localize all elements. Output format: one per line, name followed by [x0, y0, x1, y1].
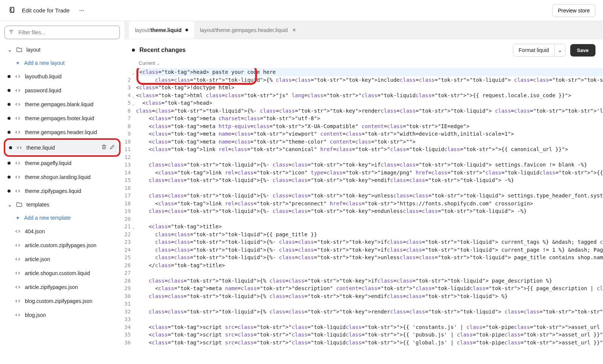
- file-name: article.zipifypages.json: [25, 284, 99, 290]
- file-name: theme.liquid: [26, 145, 97, 151]
- file-name: theme.shogun.landing.liquid: [25, 174, 99, 180]
- tab-gempages-header[interactable]: layout/theme.gempages.header.liquid ×: [194, 21, 303, 39]
- file-item[interactable]: article.custom.zipifypages.json: [5, 238, 120, 252]
- file-item[interactable]: blog.json: [5, 308, 120, 322]
- add-layout-button[interactable]: + Add a new layout: [5, 57, 120, 69]
- file-item[interactable]: password.liquid: [5, 83, 120, 97]
- code-file-icon: [14, 129, 21, 136]
- file-name: layouthub.liquid: [25, 73, 99, 80]
- folder-icon: [16, 201, 23, 208]
- file-item[interactable]: article.json: [5, 252, 120, 266]
- tabs-row: layout/theme.liquid layout/theme.gempage…: [124, 21, 603, 39]
- file-name: theme.gempages.blank.liquid: [25, 101, 99, 107]
- code-file-icon: [14, 298, 21, 304]
- format-liquid-button[interactable]: Format liquid ⌄: [513, 44, 566, 57]
- folder-layout[interactable]: ⌄ layout: [5, 43, 120, 57]
- file-item[interactable]: article.shogun.custom.liquid: [5, 266, 120, 280]
- code-editor[interactable]: ⌄234⌄5⌄6789101112131415161718192021⌄2223…: [124, 68, 603, 364]
- code-file-icon: [14, 160, 21, 167]
- plus-icon: +: [15, 60, 20, 66]
- plus-icon: +: [15, 215, 20, 221]
- code-area[interactable]: <class="tok-tag">head> paste your code h…: [135, 68, 603, 346]
- folder-label: templates: [26, 202, 117, 208]
- file-item[interactable]: theme.shogun.landing.liquid: [5, 170, 120, 184]
- code-file-icon: [14, 174, 21, 180]
- file-item[interactable]: theme.liquid: [6, 141, 118, 154]
- svg-point-3: [83, 10, 84, 11]
- modified-dot-icon: [8, 117, 11, 120]
- file-name: theme.zipifypages.liquid: [25, 188, 99, 194]
- folder-icon: [16, 46, 23, 53]
- file-item[interactable]: theme.gempages.header.liquid: [5, 125, 120, 139]
- editor-main: layout/theme.liquid layout/theme.gempage…: [124, 21, 603, 364]
- file-item[interactable]: theme.gempages.footer.liquid: [5, 111, 120, 125]
- modified-dot-icon: [9, 146, 12, 149]
- editor-subheader: Recent changes Format liquid ⌄ Save: [124, 39, 603, 60]
- file-item[interactable]: theme.gempages.blank.liquid: [5, 97, 120, 111]
- code-file-icon: [14, 256, 21, 263]
- line-gutter: ⌄234⌄5⌄6789101112131415161718192021⌄2223…: [124, 68, 135, 346]
- file-name: theme.gempages.footer.liquid: [25, 115, 99, 121]
- svg-point-2: [81, 10, 82, 11]
- rename-icon[interactable]: [109, 144, 115, 151]
- topbar-left: Edit code for Trade: [8, 5, 87, 16]
- tab-label: layout/theme.gempages.header.liquid: [200, 27, 288, 33]
- topbar: Edit code for Trade Preview store: [0, 0, 603, 21]
- modified-dot-icon: [8, 103, 11, 106]
- code-file-icon: [14, 228, 21, 235]
- version-selector[interactable]: Current⌄: [124, 60, 603, 68]
- filter-wrap: [5, 26, 120, 39]
- svg-point-1: [80, 10, 81, 11]
- folder-label: layout: [26, 47, 117, 53]
- delete-icon[interactable]: [101, 144, 107, 151]
- preview-store-button[interactable]: Preview store: [552, 4, 595, 17]
- code-file-icon: [14, 87, 21, 94]
- code-file-icon: [14, 284, 21, 291]
- chevron-down-icon: ⌄: [8, 202, 12, 208]
- modified-dot-icon: [8, 131, 11, 134]
- bullet-icon: [132, 49, 135, 52]
- file-name: theme.gempages.header.liquid: [25, 129, 99, 135]
- file-item[interactable]: blog.custom.zipifypages.json: [5, 294, 120, 308]
- code-file-icon: [14, 270, 21, 277]
- file-name: blog.custom.zipifypages.json: [25, 298, 99, 304]
- file-name: 404.json: [25, 228, 99, 234]
- more-menu-button[interactable]: [77, 5, 87, 16]
- code-file-icon: [14, 242, 21, 249]
- file-item[interactable]: layouthub.liquid: [5, 69, 120, 83]
- code-file-icon: [14, 188, 21, 194]
- filter-icon: [8, 29, 14, 36]
- file-name: theme.pagefly.liquid: [25, 160, 99, 166]
- add-template-button[interactable]: + Add a new template: [5, 211, 120, 224]
- chevron-down-icon[interactable]: ⌄: [555, 44, 566, 57]
- code-file-icon: [14, 101, 21, 108]
- filter-input[interactable]: [5, 26, 120, 39]
- code-file-icon: [14, 115, 21, 122]
- modified-dot-icon: [8, 162, 11, 165]
- code-file-icon: [14, 312, 21, 318]
- file-item[interactable]: article.zipifypages.json: [5, 280, 120, 294]
- save-button[interactable]: Save: [570, 44, 595, 57]
- file-item[interactable]: theme.zipifypages.liquid: [5, 184, 120, 198]
- chevron-down-icon: ⌄: [8, 47, 12, 53]
- page-title: Edit code for Trade: [22, 7, 70, 14]
- code-file-icon: [14, 73, 21, 80]
- file-item[interactable]: 404.json: [5, 224, 120, 238]
- folder-templates[interactable]: ⌄ templates: [5, 198, 120, 211]
- modified-dot-icon: [185, 29, 188, 31]
- file-name: password.liquid: [25, 87, 99, 93]
- tab-theme-liquid[interactable]: layout/theme.liquid: [129, 21, 194, 39]
- recent-changes-title: Recent changes: [139, 47, 186, 54]
- file-sidebar: ⌄ layout + Add a new layout layouthub.li…: [0, 21, 124, 364]
- file-name: article.json: [25, 256, 99, 262]
- code-file-icon: [16, 144, 23, 151]
- modified-dot-icon: [8, 89, 11, 92]
- modified-dot-icon: [8, 190, 11, 193]
- modified-dot-icon: [8, 176, 11, 179]
- close-icon[interactable]: ×: [291, 28, 297, 33]
- exit-icon[interactable]: [8, 6, 15, 15]
- annotation-highlight: theme.liquid: [4, 138, 121, 157]
- file-item[interactable]: theme.pagefly.liquid: [5, 156, 120, 170]
- file-name: article.custom.zipifypages.json: [25, 242, 99, 248]
- tab-label: layout/theme.liquid: [135, 27, 182, 33]
